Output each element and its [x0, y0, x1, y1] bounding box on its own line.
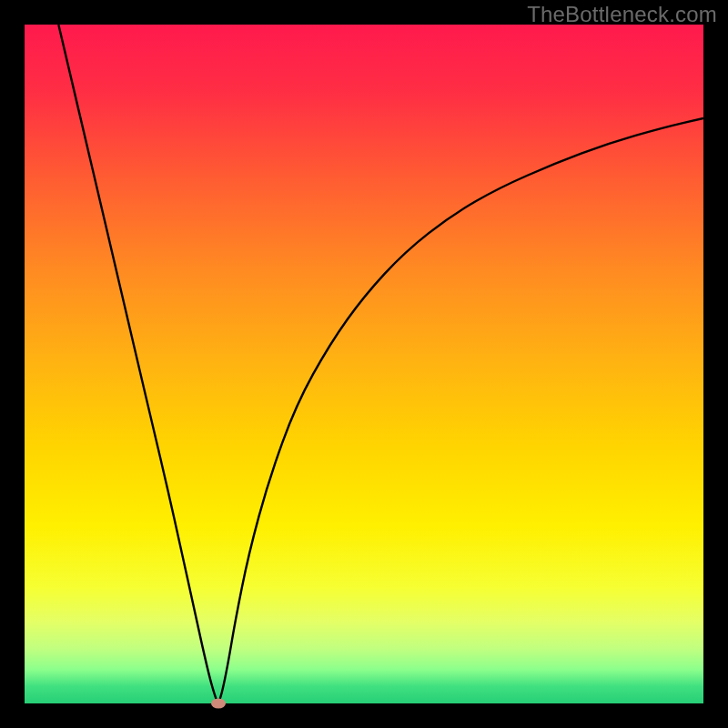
chart-svg	[25, 25, 703, 703]
watermark-text: TheBottleneck.com	[527, 2, 717, 27]
plot-area	[25, 25, 703, 703]
chart-frame: TheBottleneck.com	[0, 0, 728, 728]
minimum-marker	[211, 699, 226, 709]
gradient-rect	[25, 25, 703, 703]
